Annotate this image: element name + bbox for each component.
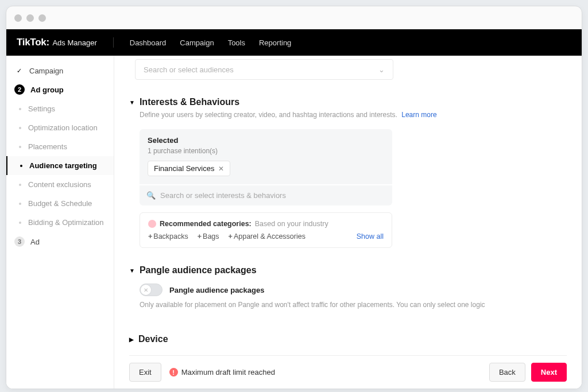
step-label: Ad — [30, 238, 40, 246]
selected-label: Selected — [148, 136, 384, 145]
step-label: Campaign — [29, 67, 63, 75]
caret-right-icon: ▶ — [129, 336, 134, 343]
sparkle-icon — [148, 220, 156, 228]
nav-dashboard[interactable]: Dashboard — [130, 38, 167, 47]
sub-optimization[interactable]: Optimization location — [6, 118, 114, 137]
reco-add-backpacks[interactable]: +Backpacks — [148, 232, 188, 240]
show-all-link[interactable]: Show all — [357, 232, 384, 240]
next-button[interactable]: Next — [531, 363, 567, 382]
recommended-items: +Backpacks +Bags +Apparel & Accessories — [148, 232, 384, 240]
reco-item-label: Apparel & Accessories — [234, 232, 305, 240]
section-title: Interests & Behaviours — [140, 97, 239, 107]
recommended-heading: Recommended categories: Based on your in… — [148, 220, 384, 228]
search-icon: 🔍 — [146, 191, 156, 200]
sub-placements[interactable]: Placements — [6, 137, 114, 156]
step-adgroup[interactable]: 2 Ad group — [6, 80, 114, 99]
plus-icon: + — [198, 232, 202, 240]
section-pangle-toggle[interactable]: ▼ Pangle audience packages — [129, 265, 567, 275]
nav-reporting[interactable]: Reporting — [259, 38, 291, 47]
sidebar: ✓ Campaign 2 Ad group Settings Optimizat… — [6, 56, 114, 389]
sub-settings[interactable]: Settings — [6, 99, 114, 118]
reco-label: Recommended categories: — [160, 220, 252, 228]
footer-left: Exit ! Maximum draft limit reached — [129, 363, 275, 382]
brand-sub: Ads Manager — [52, 38, 96, 47]
sub-content-exclusions[interactable]: Content exclusions — [6, 175, 114, 194]
chip-remove-icon[interactable]: ✕ — [218, 165, 224, 173]
main-panel: Search or select audiences ⌄ ▼ Interests… — [114, 56, 582, 389]
brand: TikTok: Ads Manager — [17, 37, 97, 48]
reco-add-apparel[interactable]: +Apparel & Accessories — [229, 232, 305, 240]
nav-campaign[interactable]: Campaign — [180, 38, 214, 47]
step-number-icon: 2 — [14, 84, 25, 95]
selected-box: Selected 1 purchase intention(s) Financi… — [140, 129, 392, 184]
check-icon: ✓ — [14, 66, 24, 75]
app-window: TikTok: Ads Manager Dashboard Campaign T… — [6, 6, 582, 389]
window-dot — [38, 14, 46, 22]
pangle-toggle[interactable]: ✕ — [140, 284, 163, 296]
plus-icon: + — [229, 232, 233, 240]
reco-basis: Based on your industry — [255, 220, 328, 228]
section-title: Pangle audience packages — [140, 265, 257, 275]
audiences-select[interactable]: Search or select audiences ⌄ — [135, 59, 393, 80]
brand-name: TikTok — [17, 37, 46, 48]
back-button[interactable]: Back — [489, 363, 525, 382]
window-dot — [26, 14, 34, 22]
section-sub-text: Define your users by selecting creator, … — [140, 111, 397, 119]
pangle-note: Only available for placement on Pangle a… — [140, 301, 507, 309]
nav-separator — [113, 37, 114, 48]
caret-down-icon: ▼ — [129, 99, 135, 106]
reco-item-label: Backpacks — [153, 232, 188, 240]
pangle-toggle-row: ✕ Pangle audience packages — [140, 284, 567, 296]
brand-sep: : — [46, 37, 49, 48]
interests-search[interactable]: 🔍 Search or select interests & behaviors — [140, 184, 392, 205]
chip-label: Financial Services — [154, 164, 215, 173]
step-label: Ad group — [30, 86, 64, 94]
reco-item-label: Bags — [203, 232, 219, 240]
selected-count: 1 purchase intention(s) — [148, 147, 384, 155]
sub-audience-targeting[interactable]: Audience targeting — [6, 156, 114, 175]
window-dot — [14, 14, 22, 22]
warning-icon: ! — [169, 368, 178, 377]
section-subtitle: Define your users by selecting creator, … — [140, 111, 567, 119]
step-number-icon: 3 — [14, 236, 25, 247]
toggle-knob: ✕ — [141, 285, 151, 295]
caret-down-icon: ▼ — [129, 267, 135, 274]
exit-button[interactable]: Exit — [129, 363, 161, 382]
pangle-toggle-label: Pangle audience packages — [169, 286, 264, 294]
footer-right: Back Next — [489, 363, 567, 382]
step-ad[interactable]: 3 Ad — [6, 232, 114, 251]
interests-search-placeholder: Search or select interests & behaviors — [160, 191, 286, 200]
learn-more-link[interactable]: Learn more — [401, 111, 436, 119]
reco-add-bags[interactable]: +Bags — [198, 232, 219, 240]
selected-chip: Financial Services ✕ — [148, 161, 230, 176]
plus-icon: + — [148, 232, 152, 240]
window-titlebar — [6, 6, 582, 29]
top-nav: TikTok: Ads Manager Dashboard Campaign T… — [6, 29, 582, 56]
step-campaign[interactable]: ✓ Campaign — [6, 61, 114, 80]
sub-budget-schedule[interactable]: Budget & Schedule — [6, 194, 114, 213]
section-interests-toggle[interactable]: ▼ Interests & Behaviours — [129, 97, 567, 107]
draft-warning: ! Maximum draft limit reached — [169, 368, 275, 377]
warning-text: Maximum draft limit reached — [181, 368, 275, 377]
footer-bar: Exit ! Maximum draft limit reached Back … — [129, 355, 567, 389]
section-title: Device — [138, 334, 168, 344]
section-device-toggle[interactable]: ▶ Device — [129, 334, 567, 344]
recommended-box: Recommended categories: Based on your in… — [140, 212, 392, 248]
audiences-placeholder: Search or select audiences — [144, 65, 234, 74]
chevron-down-icon: ⌄ — [378, 65, 385, 74]
content-area: ✓ Campaign 2 Ad group Settings Optimizat… — [6, 56, 582, 389]
sub-bidding-optimization[interactable]: Bidding & Optimization — [6, 213, 114, 232]
nav-tools[interactable]: Tools — [228, 38, 245, 47]
